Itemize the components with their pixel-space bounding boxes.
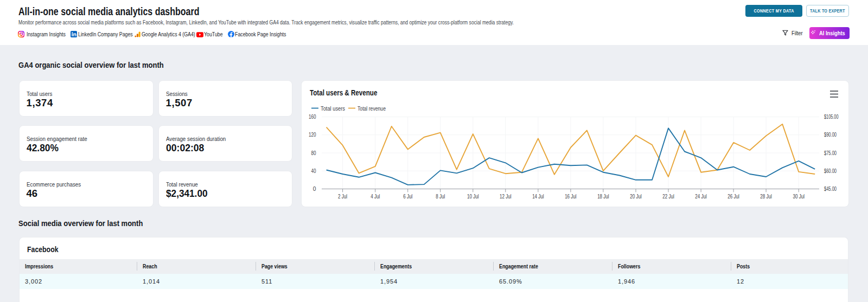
svg-text:6 Jul: 6 Jul — [403, 194, 412, 200]
svg-text:22 Jul: 22 Jul — [662, 194, 674, 200]
svg-text:18 Jul: 18 Jul — [597, 194, 609, 200]
svg-text:0: 0 — [313, 186, 316, 192]
svg-text:$60.00: $60.00 — [824, 168, 837, 174]
svg-text:28 Jul: 28 Jul — [760, 194, 772, 200]
svg-text:14 Jul: 14 Jul — [532, 194, 544, 200]
svg-text:20 Jul: 20 Jul — [630, 194, 642, 200]
svg-text:16 Jul: 16 Jul — [565, 194, 577, 200]
svg-text:Total users: Total users — [321, 106, 345, 112]
svg-text:Total revenue: Total revenue — [358, 106, 386, 112]
svg-text:12 Jul: 12 Jul — [500, 194, 512, 200]
svg-text:4 Jul: 4 Jul — [371, 194, 380, 200]
svg-text:8 Jul: 8 Jul — [436, 194, 445, 200]
svg-text:10 Jul: 10 Jul — [467, 194, 479, 200]
svg-text:$90.00: $90.00 — [824, 132, 837, 138]
svg-text:24 Jul: 24 Jul — [695, 194, 707, 200]
svg-text:40: 40 — [311, 168, 316, 174]
svg-text:2 Jul: 2 Jul — [338, 194, 347, 200]
svg-text:160: 160 — [309, 114, 316, 120]
svg-text:$45.00: $45.00 — [824, 186, 837, 192]
svg-text:30 Jul: 30 Jul — [793, 194, 805, 200]
svg-text:120: 120 — [309, 132, 316, 138]
svg-text:$75.00: $75.00 — [824, 150, 837, 156]
svg-text:26 Jul: 26 Jul — [727, 194, 739, 200]
svg-text:80: 80 — [311, 150, 316, 156]
svg-text:$105.00: $105.00 — [824, 114, 839, 120]
